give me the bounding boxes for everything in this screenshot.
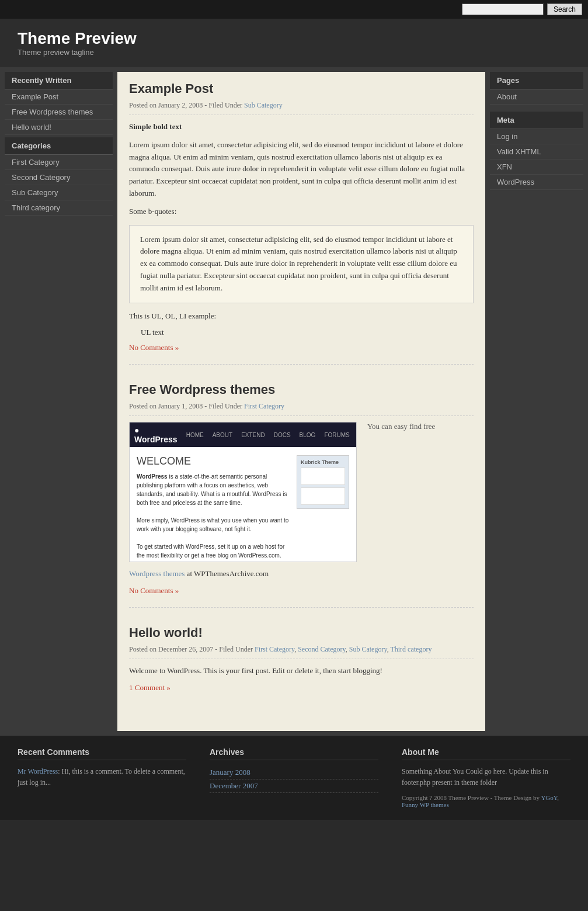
recently-written-title: Recently Written xyxy=(5,72,113,89)
post-date-free-wp-themes: Posted on January 1, 2008 - Filed Under xyxy=(129,402,242,410)
about-me-title: About Me xyxy=(402,747,570,760)
recently-written-section: Recently Written Example Post Free Wordp… xyxy=(5,72,113,135)
right-sidebar: Pages About Meta Log in Valid XHTML XFN … xyxy=(490,72,583,190)
no-comments-link-1[interactable]: No Comments » xyxy=(129,343,474,352)
post-title-hello-world: Hello world! xyxy=(129,625,474,640)
post-hello-world: Hello world! Posted on December 26, 2007… xyxy=(129,625,474,704)
post-bold-heading: Simple bold text xyxy=(129,122,182,131)
meta-title: Meta xyxy=(490,112,583,129)
recent-comments-title: Recent Comments xyxy=(18,747,186,760)
top-bar: Search xyxy=(0,0,588,19)
list-label: This is UL, OL, LI example: xyxy=(129,310,474,323)
search-input[interactable] xyxy=(462,4,544,15)
categories-section: Categories First Category Second Categor… xyxy=(5,137,113,216)
archives-title: Archives xyxy=(210,747,378,760)
about-me-text: Something About You Could go here. Updat… xyxy=(402,766,570,788)
wordpress-themes-link[interactable]: Wordpress themes xyxy=(129,569,185,578)
meta-section: Meta Log in Valid XHTML XFN WordPress xyxy=(490,112,583,190)
post-paragraph1: Lorem ipsum dolor sit amet, consectetur … xyxy=(129,139,474,200)
site-header: Theme Preview Theme preview tagline xyxy=(0,19,588,67)
wp-screenshot: ● WordPress HOME ABOUT EXTEND DOCS BLOG … xyxy=(129,422,357,562)
archive-dec-2007[interactable]: December 2007 xyxy=(210,780,378,793)
recent-comment-text: Mr WordPress: Hi, this is a comment. To … xyxy=(18,766,186,788)
categories-title: Categories xyxy=(5,137,113,155)
footer-recent-comments: Recent Comments Mr WordPress: Hi, this i… xyxy=(18,747,186,788)
right-sidebar-xfn[interactable]: XFN xyxy=(490,160,583,175)
pages-section: Pages About xyxy=(490,72,583,105)
left-sidebar: Recently Written Example Post Free Wordp… xyxy=(5,72,113,218)
post-cat-second[interactable]: Second Category xyxy=(298,645,346,653)
post-date-example-post: Posted on January 2, 2008 - Filed Under xyxy=(129,101,242,109)
pages-title: Pages xyxy=(490,72,583,89)
themes-link-suffix: at WPThemesArchive.com xyxy=(185,569,269,578)
post-cat-first[interactable]: First Category xyxy=(255,645,294,653)
no-comments-link-2[interactable]: No Comments » xyxy=(129,586,474,595)
post-content-example-post: Simple bold text Lorem ipsum dolor sit a… xyxy=(129,121,474,337)
footer: Recent Comments Mr WordPress: Hi, this i… xyxy=(0,736,588,820)
search-button[interactable]: Search xyxy=(547,4,582,15)
bquote-label: Some b-quotes: xyxy=(129,206,474,218)
hello-world-text: Welcome to WordPress. This is your first… xyxy=(129,665,474,677)
sidebar-item-free-wp-themes[interactable]: Free Wordpress themes xyxy=(5,105,113,120)
ygoy-link[interactable]: YGoY xyxy=(541,794,557,801)
post-cat-sub[interactable]: Sub Category xyxy=(349,645,387,653)
main-wrapper: Recently Written Example Post Free Wordp… xyxy=(0,67,588,736)
one-comment-link[interactable]: 1 Comment » xyxy=(129,683,474,692)
post-cat-third[interactable]: Third category xyxy=(390,645,432,653)
post-meta-free-wp-themes: Posted on January 1, 2008 - Filed Under … xyxy=(129,402,474,416)
post-aside-text: You can easy find free xyxy=(367,422,435,431)
funny-wp-themes-link[interactable]: Funny WP themes xyxy=(402,801,449,808)
post-list: UL text xyxy=(141,328,474,337)
sidebar-item-third-category[interactable]: Third category xyxy=(5,200,113,216)
sidebar-item-sub-category[interactable]: Sub Category xyxy=(5,185,113,200)
content-area: Example Post Posted on January 2, 2008 -… xyxy=(117,72,485,731)
site-tagline: Theme preview tagline xyxy=(18,48,576,57)
post-example-post: Example Post Posted on January 2, 2008 -… xyxy=(129,81,474,365)
copyright-text: Copyright ? 2008 Theme Preview - Theme D… xyxy=(402,794,540,801)
footer-about-me: About Me Something About You Could go he… xyxy=(402,747,570,808)
right-sidebar-about[interactable]: About xyxy=(490,89,583,105)
post-title-free-wp-themes: Free Wordpress themes xyxy=(129,382,474,397)
sidebar-item-second-category[interactable]: Second Category xyxy=(5,170,113,185)
post-category-link-example-post[interactable]: Sub Category xyxy=(244,101,283,109)
sidebar-item-example-post[interactable]: Example Post xyxy=(5,89,113,105)
right-sidebar-wordpress[interactable]: WordPress xyxy=(490,175,583,190)
sidebar-item-hello-world[interactable]: Hello world! xyxy=(5,120,113,135)
post-category-link-free-wp-themes[interactable]: First Category xyxy=(244,402,284,410)
archive-jan-2008[interactable]: January 2008 xyxy=(210,766,378,780)
post-content-free-wp-themes: ● WordPress HOME ABOUT EXTEND DOCS BLOG … xyxy=(129,422,474,580)
post-blockquote: Lorem ipsum dolor sit amet, consectetur … xyxy=(129,225,474,303)
site-title: Theme Preview xyxy=(18,29,576,48)
post-free-wp-themes: Free Wordpress themes Posted on January … xyxy=(129,382,474,608)
footer-archives: Archives January 2008 December 2007 xyxy=(210,747,378,793)
ul-text: UL text xyxy=(141,328,474,337)
right-sidebar-xhtml[interactable]: Valid XHTML xyxy=(490,144,583,160)
comment-author-link[interactable]: Mr WordPress xyxy=(18,767,58,775)
footer-copyright: Copyright ? 2008 Theme Preview - Theme D… xyxy=(402,794,570,808)
post-meta-hello-world: Posted on December 26, 2007 - Filed Unde… xyxy=(129,645,474,659)
post-content-hello-world: Welcome to WordPress. This is your first… xyxy=(129,665,474,677)
post-date-hello-world: Posted on December 26, 2007 - Filed Unde… xyxy=(129,645,253,653)
sidebar-item-first-category[interactable]: First Category xyxy=(5,155,113,170)
right-sidebar-login[interactable]: Log in xyxy=(490,129,583,144)
post-title-example-post: Example Post xyxy=(129,81,474,96)
post-meta-example-post: Posted on January 2, 2008 - Filed Under … xyxy=(129,101,474,115)
